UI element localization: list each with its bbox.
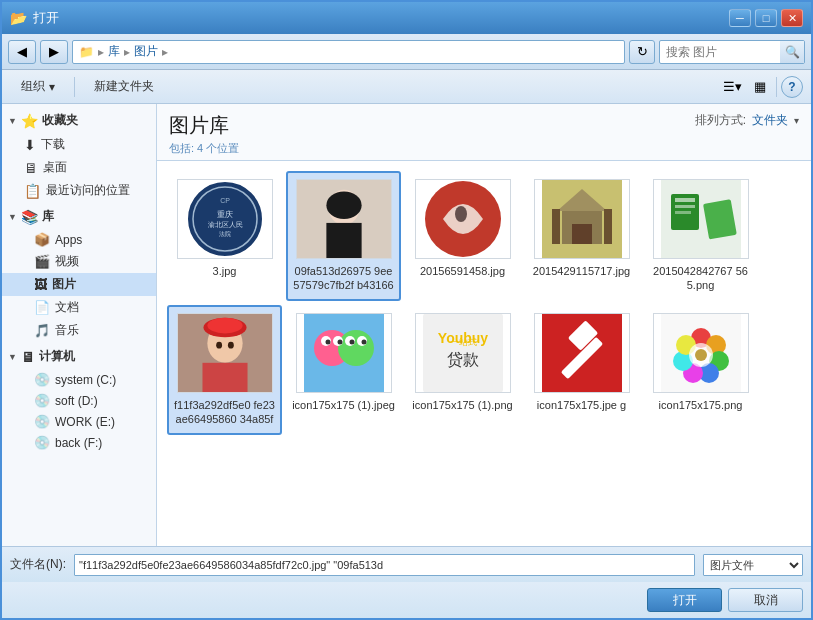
favorites-header[interactable]: ▼ ⭐ 收藏夹	[2, 108, 156, 133]
f-drive-label: back (F:)	[55, 436, 102, 450]
sidebar: ▼ ⭐ 收藏夹 ⬇ 下载 🖥 桌面 📋 最近访问的位置	[2, 104, 157, 546]
new-folder-label: 新建文件夹	[94, 78, 154, 95]
d-drive-label: soft (D:)	[55, 394, 98, 408]
path-pictures[interactable]: 图片	[134, 43, 158, 60]
cancel-button[interactable]: 取消	[728, 588, 803, 612]
music-label: 音乐	[55, 322, 79, 339]
path-library[interactable]: 库	[108, 43, 120, 60]
filename-input[interactable]	[74, 554, 695, 576]
minimize-button[interactable]: ─	[729, 9, 751, 27]
organize-label: 组织	[21, 78, 45, 95]
library-header[interactable]: ▼ 📚 库	[2, 204, 156, 229]
library-subtitle[interactable]: 包括: 4 个位置	[169, 141, 239, 156]
toolbar-right: ☰▾ ▦ ?	[173, 75, 803, 99]
favorites-triangle: ▼	[8, 116, 17, 126]
svg-rect-8	[326, 223, 361, 258]
svg-rect-20	[675, 198, 695, 202]
forward-button[interactable]: ▶	[40, 40, 68, 64]
address-path[interactable]: 📁 ▸ 库 ▸ 图片 ▸	[72, 40, 625, 64]
open-button[interactable]: 打开	[647, 588, 722, 612]
library-info: 图片库 包括: 4 个位置	[169, 112, 239, 156]
docs-icon: 📄	[34, 300, 50, 315]
library-label: 库	[42, 208, 54, 225]
svg-point-39	[337, 340, 342, 345]
sort-arrow[interactable]: ▾	[794, 115, 799, 126]
filetype-select[interactable]: 图片文件	[703, 554, 803, 576]
folder-icon: 📁	[79, 45, 94, 59]
new-folder-button[interactable]: 新建文件夹	[83, 74, 165, 100]
file-name-09fa: 09fa513d26975 9ee57579c7fb2f b43166d22df…	[292, 264, 395, 293]
file-name-20156591458: 20156591458.jpg	[420, 264, 505, 278]
refresh-button[interactable]: ↻	[629, 40, 655, 64]
sort-label: 排列方式:	[695, 112, 746, 129]
file-name-201504: 2015042842767 565.png	[649, 264, 752, 293]
svg-text:法院: 法院	[219, 230, 231, 237]
library-section: ▼ 📚 库 📦 Apps 🎬 视频 🖼 图片 📄	[2, 204, 156, 342]
address-bar: ◀ ▶ 📁 ▸ 库 ▸ 图片 ▸ ↻ 🔍	[2, 34, 811, 70]
pictures-icon: 🖼	[34, 277, 47, 292]
svg-text:一站式: 一站式	[449, 337, 476, 347]
file-item-iconpng[interactable]: icon175x175.png	[643, 305, 758, 435]
file-thumb-2015429	[534, 179, 630, 259]
sidebar-item-desktop[interactable]: 🖥 桌面	[2, 156, 156, 179]
file-item-icon1jpeg[interactable]: icon175x175 (1).jpeg	[286, 305, 401, 435]
sidebar-item-d[interactable]: 💿 soft (D:)	[2, 390, 156, 411]
file-thumb-icon1png: Youbuy 一站式 贷款	[415, 313, 511, 393]
library-triangle: ▼	[8, 212, 17, 222]
svg-rect-22	[675, 211, 691, 214]
view-grid-button[interactable]: ▦	[748, 75, 772, 99]
file-name-iconpng: icon175x175.png	[659, 398, 743, 412]
window-title: 打开	[33, 9, 729, 27]
search-box: 🔍	[659, 40, 805, 64]
computer-header[interactable]: ▼ 🖥 计算机	[2, 344, 156, 369]
file-item-icon1png[interactable]: Youbuy 一站式 贷款 icon175x175 (1).png	[405, 305, 520, 435]
file-item-3jpg[interactable]: 重庆 渝北区人民 法院 CP 3.jpg	[167, 171, 282, 301]
search-input[interactable]	[660, 45, 780, 59]
status-bar: 文件名(N): 图片文件	[2, 546, 811, 582]
svg-rect-28	[202, 363, 247, 392]
file-item-iconjpeg[interactable]: icon175x175.jpe g	[524, 305, 639, 435]
file-item-20156591458[interactable]: 20156591458.jpg	[405, 171, 520, 301]
sidebar-item-docs[interactable]: 📄 文档	[2, 296, 156, 319]
sidebar-item-pictures[interactable]: 🖼 图片	[2, 273, 156, 296]
sidebar-item-video[interactable]: 🎬 视频	[2, 250, 156, 273]
file-item-201504[interactable]: 2015042842767 565.png	[643, 171, 758, 301]
computer-triangle: ▼	[8, 352, 17, 362]
file-item-2015429[interactable]: 2015429115717.jpg	[524, 171, 639, 301]
file-thumb-f11f3a	[177, 313, 273, 393]
c-drive-icon: 💿	[34, 372, 50, 387]
downloads-label: 下载	[41, 136, 65, 153]
sidebar-item-f[interactable]: 💿 back (F:)	[2, 432, 156, 453]
title-bar: 📂 打开 ─ □ ✕	[2, 2, 811, 34]
file-name-2015429: 2015429115717.jpg	[533, 264, 630, 278]
search-button[interactable]: 🔍	[780, 40, 804, 64]
window-icon: 📂	[10, 10, 27, 26]
content-area: 图片库 包括: 4 个位置 排列方式: 文件夹 ▾	[157, 104, 811, 546]
sidebar-item-downloads[interactable]: ⬇ 下载	[2, 133, 156, 156]
file-item-09fa[interactable]: 09fa513d26975 9ee57579c7fb2f b43166d22df…	[286, 171, 401, 301]
sidebar-item-music[interactable]: 🎵 音乐	[2, 319, 156, 342]
bottom-buttons: 打开 取消	[2, 582, 811, 618]
file-item-f11f3a[interactable]: f11f3a292df5e0 fe23ae66495860 34a85fdf72…	[167, 305, 282, 435]
sidebar-item-recent[interactable]: 📋 最近访问的位置	[2, 179, 156, 202]
view-toggle-button[interactable]: ☰▾	[720, 75, 744, 99]
back-button[interactable]: ◀	[8, 40, 36, 64]
svg-text:贷款: 贷款	[447, 351, 479, 368]
desktop-label: 桌面	[43, 159, 67, 176]
sidebar-item-e[interactable]: 💿 WORK (E:)	[2, 411, 156, 432]
apps-icon: 📦	[34, 232, 50, 247]
maximize-button[interactable]: □	[755, 9, 777, 27]
f-drive-icon: 💿	[34, 435, 50, 450]
svg-rect-17	[604, 209, 612, 244]
sort-value[interactable]: 文件夹	[752, 112, 788, 129]
svg-point-29	[216, 342, 222, 349]
sidebar-item-c[interactable]: 💿 system (C:)	[2, 369, 156, 390]
help-button[interactable]: ?	[781, 76, 803, 98]
desktop-icon: 🖥	[24, 160, 38, 176]
organize-button[interactable]: 组织 ▾	[10, 74, 66, 100]
library-icon: 📚	[21, 209, 38, 225]
svg-text:CP: CP	[220, 197, 230, 204]
favorites-icon: ⭐	[21, 113, 38, 129]
close-button[interactable]: ✕	[781, 9, 803, 27]
sidebar-item-apps[interactable]: 📦 Apps	[2, 229, 156, 250]
